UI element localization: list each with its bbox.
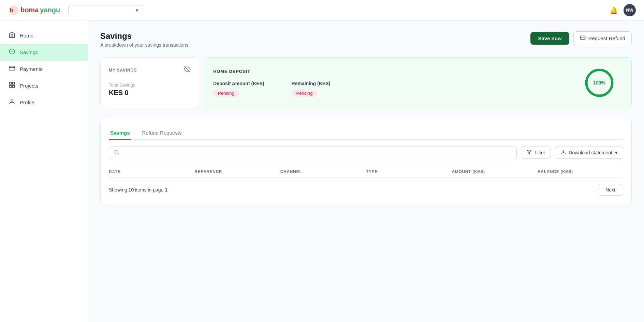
main-content: Savings A breakdown of your savings tran… bbox=[88, 20, 644, 322]
sidebar-item-home[interactable]: Home bbox=[0, 27, 88, 44]
navbar: b bomayangu ▾ 🔔 NW bbox=[0, 0, 644, 20]
sidebar-item-projects[interactable]: Projects bbox=[0, 77, 88, 94]
total-savings-value: KES 0 bbox=[109, 89, 191, 97]
sidebar-item-payments[interactable]: Payments bbox=[0, 61, 88, 77]
download-label: Download statement bbox=[569, 150, 612, 155]
chevron-down-icon: ▾ bbox=[136, 7, 138, 13]
payments-icon bbox=[8, 65, 16, 73]
col-date: DATE bbox=[109, 169, 194, 174]
cards-row: MY SAVINGS Total Savings KES 0 HOME DEPO… bbox=[100, 57, 632, 108]
home-deposit-card: HOME DEPOSIT Deposit Amount (KES) Pendin… bbox=[213, 69, 575, 97]
sidebar-item-label-savings: Savings bbox=[20, 49, 38, 55]
col-reference: REFERENCE bbox=[194, 169, 280, 174]
search-input[interactable] bbox=[122, 150, 512, 155]
progress-label: 100% bbox=[593, 80, 605, 86]
page-title: Savings bbox=[100, 31, 188, 41]
filter-button[interactable]: Filter bbox=[521, 147, 551, 159]
svg-point-15 bbox=[115, 150, 118, 154]
projects-icon bbox=[8, 81, 16, 90]
col-type: TYPE bbox=[366, 169, 452, 174]
download-icon bbox=[561, 150, 566, 156]
request-refund-label: Request Refund bbox=[588, 35, 625, 41]
total-savings-label: Total Savings bbox=[109, 82, 191, 88]
page-title-section: Savings A breakdown of your savings tran… bbox=[100, 31, 188, 48]
table-headers: DATE REFERENCE CHANNEL TYPE AMOUNT (KES)… bbox=[109, 166, 623, 178]
nav-dropdown[interactable]: ▾ bbox=[68, 5, 143, 15]
home-deposit-section: HOME DEPOSIT Deposit Amount (KES) Pendin… bbox=[205, 57, 632, 108]
my-savings-header: MY SAVINGS bbox=[109, 66, 191, 74]
progress-circle: 100% bbox=[582, 66, 616, 100]
deposit-amount-label: Deposit Amount (KES) bbox=[213, 81, 264, 86]
my-savings-label: MY SAVINGS bbox=[109, 68, 137, 73]
deposit-amount-col: Deposit Amount (KES) Pending bbox=[213, 81, 264, 97]
col-amount: AMOUNT (KES) bbox=[452, 169, 537, 174]
pagination-count: 10 bbox=[129, 187, 134, 193]
logo-yangu: yangu bbox=[40, 6, 60, 14]
svg-rect-5 bbox=[10, 82, 12, 85]
remaining-label: Remaining (KES) bbox=[292, 81, 331, 86]
col-channel: CHANNEL bbox=[280, 169, 366, 174]
pagination-row: Showing 10 items in page 1 Next bbox=[109, 184, 623, 196]
navbar-right: 🔔 NW bbox=[610, 4, 636, 16]
tab-refund-requests[interactable]: Refund Requests bbox=[141, 126, 183, 140]
next-button[interactable]: Next bbox=[598, 184, 623, 196]
table-section: Savings Refund Requests Filter bbox=[100, 118, 632, 204]
header-actions: Save now Request Refund bbox=[530, 31, 632, 45]
refund-icon bbox=[580, 35, 586, 42]
deposit-cols: Deposit Amount (KES) Pending Remaining (… bbox=[213, 81, 575, 97]
pagination-page: 1 bbox=[165, 187, 167, 193]
home-deposit-title: HOME DEPOSIT bbox=[213, 69, 575, 74]
svg-point-9 bbox=[11, 99, 13, 102]
page-header: Savings A breakdown of your savings tran… bbox=[100, 31, 632, 48]
save-now-button[interactable]: Save now bbox=[530, 32, 569, 45]
download-chevron-icon: ▾ bbox=[615, 150, 617, 155]
sidebar-item-profile[interactable]: Profile bbox=[0, 94, 88, 111]
sidebar-item-savings[interactable]: Savings bbox=[0, 44, 88, 61]
remaining-status: Pending bbox=[292, 90, 318, 97]
logo-boma: boma bbox=[20, 6, 39, 14]
progress-section: 100% bbox=[575, 66, 623, 100]
sidebar: Home Savings Payments Projects Profile bbox=[0, 20, 88, 322]
request-refund-button[interactable]: Request Refund bbox=[573, 31, 632, 45]
home-icon bbox=[8, 31, 16, 40]
svg-rect-10 bbox=[580, 36, 585, 40]
hide-balance-icon[interactable] bbox=[184, 66, 191, 74]
main-layout: Home Savings Payments Projects Profile bbox=[0, 20, 644, 322]
pagination-info: Showing 10 items in page 1 bbox=[109, 187, 167, 193]
search-filter-row: Filter Download statement ▾ bbox=[109, 147, 623, 159]
col-balance: BALANCE (KES) bbox=[538, 169, 623, 174]
filter-label: Filter bbox=[535, 150, 545, 155]
filter-icon bbox=[527, 150, 532, 156]
avatar[interactable]: NW bbox=[624, 4, 636, 16]
svg-rect-7 bbox=[10, 86, 12, 88]
sidebar-item-label-projects: Projects bbox=[20, 83, 38, 89]
remaining-col: Remaining (KES) Pending bbox=[292, 81, 331, 97]
logo-icon: b bbox=[8, 5, 19, 16]
profile-icon bbox=[8, 98, 16, 107]
sidebar-item-label-payments: Payments bbox=[20, 66, 43, 72]
navbar-left: b bomayangu ▾ bbox=[8, 5, 143, 16]
svg-rect-8 bbox=[13, 86, 15, 88]
svg-marker-17 bbox=[527, 150, 531, 154]
svg-rect-3 bbox=[9, 66, 15, 70]
page-subtitle: A breakdown of your savings transactions bbox=[100, 42, 188, 48]
savings-icon bbox=[8, 48, 16, 57]
sidebar-item-label-home: Home bbox=[20, 33, 33, 39]
logo: b bomayangu bbox=[8, 5, 60, 16]
tab-savings[interactable]: Savings bbox=[109, 126, 131, 140]
notification-icon[interactable]: 🔔 bbox=[610, 6, 618, 14]
download-statement-button[interactable]: Download statement ▾ bbox=[555, 147, 623, 159]
sidebar-item-label-profile: Profile bbox=[20, 99, 34, 105]
svg-text:b: b bbox=[10, 7, 13, 13]
search-icon bbox=[114, 150, 119, 156]
my-savings-card: MY SAVINGS Total Savings KES 0 bbox=[100, 57, 199, 108]
search-box bbox=[109, 147, 517, 159]
svg-line-16 bbox=[118, 153, 119, 154]
tabs-row: Savings Refund Requests bbox=[109, 126, 623, 140]
svg-rect-6 bbox=[13, 82, 15, 85]
deposit-amount-status: Pending bbox=[213, 90, 239, 97]
